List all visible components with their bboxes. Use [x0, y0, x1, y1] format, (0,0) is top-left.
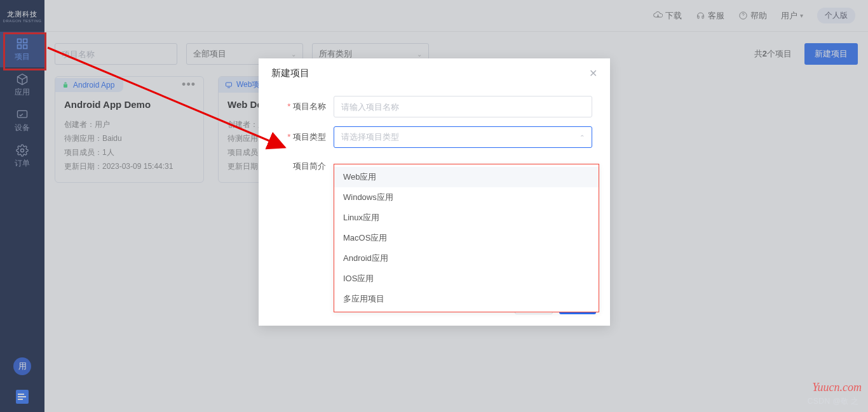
name-label: 项目名称 [276, 101, 334, 112]
type-placeholder: 请选择项目类型 [341, 131, 399, 143]
project-type-dropdown: Web应用 Windows应用 Linux应用 MacOS应用 Android应… [334, 164, 599, 312]
project-name-input[interactable] [334, 96, 592, 117]
chevron-up-icon: ⌃ [580, 134, 585, 141]
dropdown-option[interactable]: Web应用 [334, 167, 599, 187]
dropdown-option[interactable]: Android应用 [334, 248, 599, 269]
dropdown-option[interactable]: Windows应用 [334, 187, 599, 208]
project-type-select[interactable]: 请选择项目类型 ⌃ [334, 126, 592, 148]
csdn-watermark: CSDN @敬 之 [808, 396, 859, 407]
intro-label: 项目简介 [276, 157, 334, 172]
modal-title: 新建项目 [271, 67, 309, 79]
dropdown-option[interactable]: Linux应用 [334, 208, 599, 228]
modal-header: 新建项目 ✕ [259, 58, 610, 88]
type-label: 项目类型 [276, 131, 334, 143]
watermark: Yuucn.com [812, 381, 862, 394]
close-icon[interactable]: ✕ [589, 67, 597, 79]
dropdown-option[interactable]: 多应用项目 [334, 289, 599, 309]
dropdown-option[interactable]: IOS应用 [334, 269, 599, 289]
dropdown-option[interactable]: MacOS应用 [334, 228, 599, 248]
